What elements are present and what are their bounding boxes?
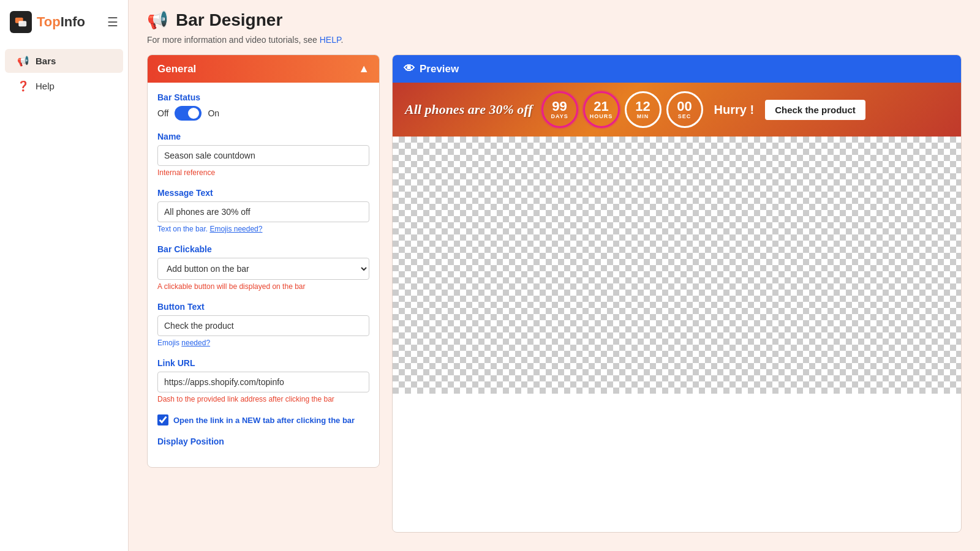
page-subtitle: For more information and video tutorials… bbox=[129, 35, 980, 54]
form-body: Bar Status Off On Name bbox=[148, 83, 379, 467]
sidebar-item-help-label: Help bbox=[36, 81, 55, 91]
new-tab-checkbox[interactable] bbox=[157, 414, 168, 425]
form-panel: General ▲ Bar Status Off On bbox=[147, 54, 380, 533]
button-text-group: Button Text Emojis needed? bbox=[157, 302, 369, 347]
help-link[interactable]: HELP bbox=[320, 35, 341, 45]
preview-body: All phones are 30% off 99 DAYS 21 HOURS … bbox=[393, 83, 961, 394]
bar-clickable-group: Bar Clickable Add button on the bar Make… bbox=[157, 244, 369, 291]
logo-area: TopInfo ☰ bbox=[0, 6, 128, 43]
hamburger-menu[interactable]: ☰ bbox=[107, 15, 118, 29]
message-text-input[interactable] bbox=[157, 201, 369, 222]
bar-status-toggle[interactable] bbox=[175, 106, 202, 121]
page-title: Bar Designer bbox=[176, 10, 282, 30]
bar-status-label: Bar Status bbox=[157, 92, 369, 102]
countdown-hours: 21 HOURS bbox=[583, 91, 620, 128]
button-text-input[interactable] bbox=[157, 315, 369, 336]
link-url-group: Link URL Dash to the provided link addre… bbox=[157, 358, 369, 403]
countdown-circles: 99 DAYS 21 HOURS 12 MIN 00 bbox=[541, 91, 703, 128]
bar-cta-button[interactable]: Check the product bbox=[765, 100, 865, 120]
collapse-chevron[interactable]: ▲ bbox=[358, 62, 369, 75]
name-label: Name bbox=[157, 132, 369, 141]
link-url-hint: Dash to the provided link address after … bbox=[157, 395, 369, 403]
general-section: General ▲ Bar Status Off On bbox=[147, 54, 380, 468]
sidebar-item-bars[interactable]: 📢 Bars bbox=[5, 49, 123, 73]
button-text-hint: Emojis needed? bbox=[157, 339, 369, 347]
preview-panel: 👁 Preview All phones are 30% off 99 DAYS… bbox=[392, 54, 962, 533]
message-text-label: Message Text bbox=[157, 188, 369, 198]
logo-text: TopInfo bbox=[37, 14, 85, 30]
link-url-input[interactable] bbox=[157, 372, 369, 392]
link-url-label: Link URL bbox=[157, 358, 369, 368]
svg-rect-1 bbox=[18, 21, 26, 26]
display-position-label: Display Position bbox=[157, 437, 369, 446]
bar-clickable-label: Bar Clickable bbox=[157, 244, 369, 254]
preview-header: 👁 Preview bbox=[393, 55, 961, 83]
emojis-link[interactable]: Emojis needed? bbox=[209, 225, 262, 233]
content-area: General ▲ Bar Status Off On bbox=[129, 54, 980, 551]
new-tab-row: Open the link in a NEW tab after clickin… bbox=[157, 414, 369, 425]
off-label: Off bbox=[157, 108, 168, 118]
bar-message: All phones are 30% off bbox=[405, 102, 533, 118]
logo-icon bbox=[10, 11, 32, 33]
message-hint: Text on the bar. Emojis needed? bbox=[157, 225, 369, 233]
toggle-row: Off On bbox=[157, 106, 369, 121]
sidebar-nav: 📢 Bars ❓ Help bbox=[0, 43, 128, 104]
new-tab-group: Open the link in a NEW tab after clickin… bbox=[157, 414, 369, 425]
display-position-group: Display Position bbox=[157, 437, 369, 446]
bar-clickable-hint: A clickable button will be displayed on … bbox=[157, 282, 369, 291]
countdown-sec: 00 SEC bbox=[666, 91, 703, 128]
page-header: 📢 Bar Designer bbox=[129, 0, 980, 35]
on-label: On bbox=[208, 108, 219, 118]
sidebar-item-help[interactable]: ❓ Help bbox=[5, 74, 123, 98]
preview-eye-icon: 👁 bbox=[404, 62, 415, 75]
bar-clickable-select[interactable]: Add button on the bar Make bar clickable… bbox=[157, 258, 369, 280]
button-emojis-link[interactable]: needed? bbox=[181, 339, 210, 347]
section-title: General bbox=[157, 63, 196, 75]
page-header-icon: 📢 bbox=[147, 10, 168, 30]
toggle-slider bbox=[175, 106, 202, 121]
name-input[interactable] bbox=[157, 145, 369, 166]
countdown-min: 12 MIN bbox=[625, 91, 662, 128]
preview-label: Preview bbox=[420, 63, 459, 75]
message-text-group: Message Text Text on the bar. Emojis nee… bbox=[157, 188, 369, 233]
name-hint: Internal reference bbox=[157, 168, 369, 177]
help-icon: ❓ bbox=[17, 80, 29, 92]
name-group: Name Internal reference bbox=[157, 132, 369, 177]
bar-preview: All phones are 30% off 99 DAYS 21 HOURS … bbox=[393, 83, 961, 137]
bars-icon: 📢 bbox=[17, 55, 29, 67]
bar-status-group: Bar Status Off On bbox=[157, 92, 369, 121]
bar-hurry-text: Hurry ! bbox=[714, 103, 755, 117]
new-tab-label: Open the link in a NEW tab after clickin… bbox=[173, 416, 355, 425]
section-header: General ▲ bbox=[148, 55, 379, 83]
button-text-label: Button Text bbox=[157, 302, 369, 312]
main-content: 📢 Bar Designer For more information and … bbox=[129, 0, 980, 551]
sidebar-item-bars-label: Bars bbox=[36, 56, 56, 66]
countdown-days: 99 DAYS bbox=[541, 91, 578, 128]
preview-checkerboard bbox=[393, 137, 961, 394]
